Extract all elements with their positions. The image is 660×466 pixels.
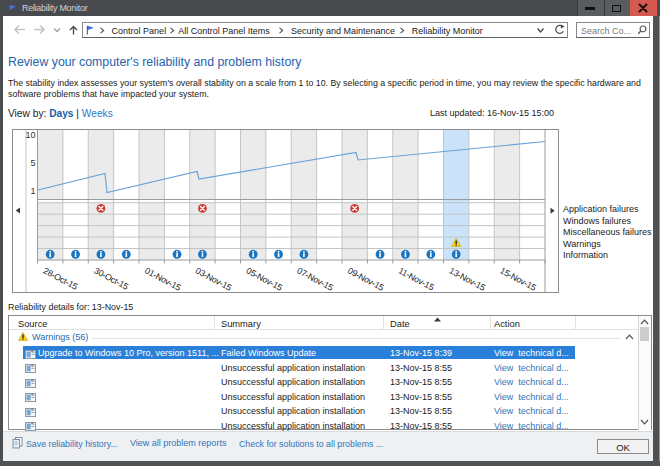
svg-text:1: 1 [30,186,35,196]
svg-text:5: 5 [30,158,35,168]
svg-text:10: 10 [25,130,35,140]
